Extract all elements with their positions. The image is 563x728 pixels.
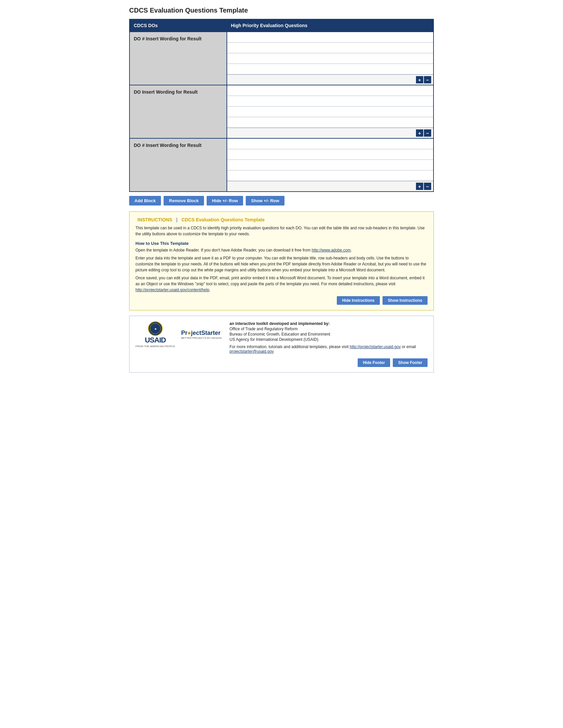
- footer-org-line1: Office of Trade and Regulatory Reform: [229, 327, 428, 331]
- question-row: [227, 170, 433, 181]
- question-row: [227, 53, 433, 64]
- show-row-button[interactable]: Show +/- Row: [246, 196, 285, 205]
- hide-footer-button[interactable]: Hide Footer: [358, 358, 391, 367]
- ps-tagline: BETTER PROJECTS BY DESIGN: [181, 337, 221, 340]
- remove-row-button[interactable]: −: [424, 76, 431, 83]
- footer-email-link[interactable]: projectstarter@usaid.gov: [229, 349, 274, 354]
- do-label-cell: DO # Insert Wording for Result: [129, 138, 227, 192]
- do-label-cell: DO # Insert Wording for Result: [129, 32, 227, 85]
- instructions-label: INSTRUCTIONS: [137, 217, 172, 222]
- question-row: [227, 107, 433, 117]
- footer-content: ★ USAID FROM THE AMERICAN PEOPLE Pr●ject…: [135, 321, 428, 354]
- svg-text:★: ★: [154, 328, 157, 331]
- plus-minus-row: +−: [227, 74, 433, 85]
- question-row: [227, 43, 433, 53]
- question-row: [227, 64, 433, 74]
- question-row: [227, 32, 433, 43]
- add-row-button[interactable]: +: [416, 76, 423, 83]
- plus-minus-row: +−: [227, 181, 433, 191]
- questions-cell: +−: [227, 138, 434, 192]
- usaid-seal-icon: ★: [148, 321, 163, 336]
- remove-row-button[interactable]: −: [424, 183, 431, 190]
- how-to-para2: Enter your data into the template and sa…: [135, 255, 428, 273]
- footer-org: an interactive toolkit developed and imp…: [229, 321, 428, 354]
- do-block-row: DO # Insert Wording for Result+−: [129, 32, 434, 85]
- how-to-para3: Once saved, you can edit your data in th…: [135, 275, 428, 293]
- footer-org-line2: Bureau of Economic Growth, Education and…: [229, 332, 428, 337]
- question-row: [227, 160, 433, 170]
- question-row: [227, 85, 433, 96]
- page-title: CDCS Evaluation Questions Template: [129, 7, 434, 14]
- questions-cell: +−: [227, 85, 434, 138]
- show-footer-button[interactable]: Show Footer: [393, 358, 428, 367]
- instructions-button-row: Hide Instructions Show Instructions: [135, 296, 428, 305]
- instructions-intro: This template can be used in a CDCS to i…: [135, 225, 428, 237]
- remove-block-button[interactable]: Remove Block: [164, 196, 204, 205]
- ps-wordmark: Pr●jectStarter: [181, 330, 221, 337]
- hide-row-button[interactable]: Hide +/- Row: [207, 196, 243, 205]
- projectstarter-logo: Pr●jectStarter BETTER PROJECTS BY DESIGN: [181, 330, 221, 340]
- footer-logos: ★ USAID FROM THE AMERICAN PEOPLE Pr●ject…: [135, 321, 221, 348]
- hide-instructions-button[interactable]: Hide Instructions: [337, 296, 380, 305]
- question-row: [227, 96, 433, 107]
- question-row: [227, 117, 433, 128]
- how-to-para1: Open the template in Adobe Reader. If yo…: [135, 247, 428, 253]
- question-row: [227, 139, 433, 149]
- usaid-tagline: FROM THE AMERICAN PEOPLE: [135, 345, 175, 348]
- col1-header: CDCS DOs: [129, 19, 227, 32]
- footer-toolkit-label: an interactive toolkit developed and imp…: [229, 321, 330, 326]
- question-row: [227, 149, 433, 160]
- do-block-row: DO # Insert Wording for Result+−: [129, 138, 434, 192]
- add-block-button[interactable]: Add Block: [129, 196, 161, 205]
- footer-button-row: Hide Footer Show Footer: [135, 358, 428, 367]
- adobe-link[interactable]: http://www.adobe.com: [312, 248, 351, 252]
- usaid-logo: ★ USAID FROM THE AMERICAN PEOPLE: [135, 321, 175, 348]
- footer-ps-link[interactable]: http://projectstarter.usaid.gov: [350, 344, 401, 349]
- instructions-separator: |: [176, 217, 177, 222]
- remove-row-button[interactable]: −: [424, 129, 431, 137]
- help-link[interactable]: http://projectstarter.usaid.gov/content/…: [135, 288, 209, 292]
- footer-org-line3: US Agency for International Development …: [229, 337, 428, 342]
- instructions-title: INSTRUCTIONS|CDCS Evaluation Questions T…: [135, 217, 428, 222]
- main-table: CDCS DOs High Priority Evaluation Questi…: [129, 19, 434, 192]
- do-label-cell: DO Insert Wording for Result: [129, 85, 227, 138]
- footer-box: ★ USAID FROM THE AMERICAN PEOPLE Pr●ject…: [129, 316, 434, 373]
- show-instructions-button[interactable]: Show Instructions: [383, 296, 428, 305]
- questions-cell: +−: [227, 32, 434, 85]
- add-row-button[interactable]: +: [416, 129, 423, 137]
- utility-bar: Add Block Remove Block Hide +/- Row Show…: [129, 196, 434, 205]
- add-row-button[interactable]: +: [416, 183, 423, 190]
- usaid-wordmark: USAID: [145, 337, 165, 344]
- footer-more-info: For more information, tutorials and addi…: [229, 344, 428, 354]
- do-block-row: DO Insert Wording for Result+−: [129, 85, 434, 138]
- plus-minus-row: +−: [227, 128, 433, 138]
- instructions-template-name: CDCS Evaluation Questions Template: [181, 217, 264, 222]
- how-to-title: How to Use This Template: [135, 241, 428, 246]
- col2-header: High Priority Evaluation Questions: [227, 19, 434, 32]
- instructions-box: INSTRUCTIONS|CDCS Evaluation Questions T…: [129, 211, 434, 310]
